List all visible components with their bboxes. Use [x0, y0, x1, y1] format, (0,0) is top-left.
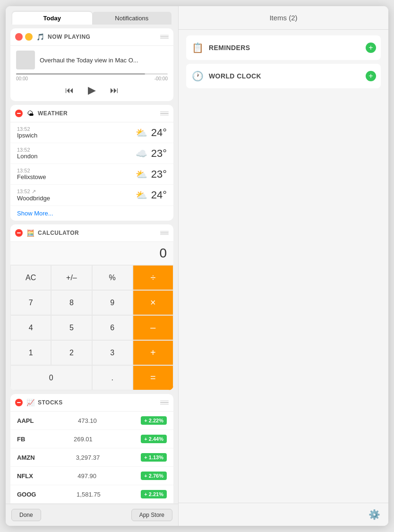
np-controls: ⏮ ▶ ⏭ — [16, 84, 168, 96]
world-clock-label: WORLD CLOCK — [209, 72, 261, 80]
calc-btn-divide[interactable]: ÷ — [133, 265, 173, 290]
stocks-title: STOCKS — [38, 399, 63, 406]
widget-calculator: 🧮 CALCULATOR 0 AC +/– % ÷ 7 8 — [10, 224, 173, 390]
np-progress[interactable]: 00:00 -00:00 — [16, 73, 168, 81]
tab-notifications[interactable]: Notifications — [92, 12, 172, 25]
drag-handle-now-playing[interactable] — [160, 35, 169, 39]
list-item-reminders: 📋 REMINDERS + — [186, 35, 381, 60]
weather-row-felixstowe: 13:52 Felixstowe ⛅ 23° — [10, 164, 173, 185]
now-playing-title: NOW PLAYING — [48, 34, 90, 40]
calc-btn-ac[interactable]: AC — [10, 265, 51, 290]
stock-badge-nflx: + 2.76% — [141, 472, 167, 480]
calc-btn-1[interactable]: 1 — [10, 340, 51, 365]
right-panel-header: Items (2) — [179, 6, 388, 30]
np-progress-fill — [16, 73, 145, 75]
weather-icon-london: ☁️ — [136, 148, 147, 159]
weather-icon: 🌤 — [26, 109, 35, 118]
stock-name-fb: FB — [17, 436, 25, 443]
weather-temp-ipswich: 24° — [151, 127, 167, 139]
weather-row-woodbridge: 13:52 ↗ Woodbridge ⛅ 24° — [10, 185, 173, 206]
calc-btn-9[interactable]: 9 — [92, 290, 133, 315]
weather-row-ipswich: 13:52 Ipswich ⛅ 24° — [10, 122, 173, 143]
np-rewind-button[interactable]: ⏮ — [65, 86, 74, 95]
right-bottom: ⚙️ — [179, 503, 388, 526]
tabs-bar: Today Notifications — [6, 6, 178, 25]
np-forward-button[interactable]: ⏭ — [110, 86, 119, 95]
stock-badge-aapl: + 2.22% — [141, 416, 167, 425]
weather-city-woodbridge: Woodbridge — [17, 195, 50, 202]
weather-icon-woodbridge: ⛅ — [136, 189, 147, 201]
stock-price-nflx: 497.90 — [77, 472, 96, 480]
stock-price-goog: 1,581.75 — [77, 491, 101, 498]
weather-icon-felixstowe: ⛅ — [136, 169, 147, 180]
now-playing-content: Overhaul the Today view in Mac O... 00:0… — [10, 46, 173, 101]
widget-stocks: 📈 STOCKS AAPL 473.10 + 2.22% FB 269.01 +… — [10, 394, 173, 504]
widget-now-playing-header-left: 🎵 NOW PLAYING — [15, 32, 90, 42]
np-remaining: -00:00 — [154, 76, 168, 81]
weather-time-ipswich: 13:52 — [17, 126, 37, 132]
calc-btn-2[interactable]: 2 — [51, 340, 92, 365]
weather-temp-felixstowe: 23° — [151, 168, 167, 180]
np-progress-bar[interactable] — [16, 73, 168, 75]
minimize-dot[interactable] — [25, 33, 33, 41]
reminders-label: REMINDERS — [209, 44, 250, 51]
calc-btn-4[interactable]: 4 — [10, 315, 51, 340]
np-play-button[interactable]: ▶ — [88, 84, 96, 96]
calc-btn-multiply[interactable]: × — [133, 290, 173, 315]
np-thumbnail — [16, 51, 35, 69]
weather-remove-button[interactable] — [15, 110, 23, 117]
calc-btn-8[interactable]: 8 — [51, 290, 92, 315]
calc-btn-6[interactable]: 6 — [92, 315, 133, 340]
done-button[interactable]: Done — [11, 509, 41, 521]
reminders-add-button[interactable]: + — [366, 43, 376, 53]
calc-btn-add[interactable]: + — [133, 340, 173, 365]
stock-name-aapl: AAPL — [17, 417, 34, 424]
np-elapsed: 00:00 — [16, 76, 28, 81]
widget-now-playing: 🎵 NOW PLAYING Overhaul the Today view in… — [10, 28, 173, 101]
np-track-title: Overhaul the Today view in Mac O... — [40, 57, 138, 64]
widget-weather: 🌤 WEATHER 13:52 Ipswich ⛅ 24° — [10, 105, 173, 221]
weather-title: WEATHER — [38, 110, 68, 117]
weather-show-more[interactable]: Show More... — [10, 206, 173, 221]
widget-calculator-header-left: 🧮 CALCULATOR — [15, 228, 79, 238]
weather-icon-ipswich: ⛅ — [136, 127, 147, 138]
calc-btn-subtract[interactable]: – — [133, 315, 173, 340]
stock-badge-goog: + 2.21% — [141, 490, 167, 498]
stock-row-aapl: AAPL 473.10 + 2.22% — [10, 412, 173, 430]
stock-row-fb: FB 269.01 + 2.44% — [10, 430, 173, 448]
left-panel: Today Notifications 🎵 NOW PLAYING — [6, 6, 178, 526]
calc-btn-dot[interactable]: . — [92, 365, 133, 390]
stock-name-goog: GOOG — [17, 491, 36, 498]
calc-btn-equals[interactable]: = — [133, 365, 173, 390]
drag-handle-calculator[interactable] — [160, 231, 169, 235]
stock-badge-amzn: + 1.13% — [141, 453, 167, 462]
widget-calculator-header: 🧮 CALCULATOR — [10, 224, 173, 242]
stock-row-goog: GOOG 1,581.75 + 2.21% — [10, 485, 173, 504]
calculator-icon: 🧮 — [26, 228, 35, 238]
close-dot[interactable] — [15, 33, 23, 41]
stock-price-fb: 269.01 — [74, 436, 93, 443]
stocks-remove-button[interactable] — [15, 399, 23, 406]
calc-btn-percent[interactable]: % — [92, 265, 133, 290]
gear-button[interactable]: ⚙️ — [368, 508, 381, 521]
weather-time-felixstowe: 13:52 — [17, 168, 46, 173]
calc-btn-plusminus[interactable]: +/– — [51, 265, 92, 290]
calculator-remove-button[interactable] — [15, 229, 23, 237]
weather-time-london: 13:52 — [17, 147, 37, 153]
calc-btn-3[interactable]: 3 — [92, 340, 133, 365]
stock-price-amzn: 3,297.37 — [76, 454, 100, 461]
list-item-world-clock: 🕐 WORLD CLOCK + — [186, 64, 381, 88]
widget-stocks-header-left: 📈 STOCKS — [15, 398, 63, 407]
calc-btn-5[interactable]: 5 — [51, 315, 92, 340]
drag-handle-weather[interactable] — [160, 112, 169, 116]
calc-btn-7[interactable]: 7 — [10, 290, 51, 315]
calc-btn-0[interactable]: 0 — [10, 365, 92, 390]
tab-today[interactable]: Today — [12, 12, 92, 25]
world-clock-add-button[interactable]: + — [366, 71, 376, 81]
stock-badge-fb: + 2.44% — [141, 435, 167, 443]
calculator-display: 0 — [10, 242, 173, 265]
app-store-button[interactable]: App Store — [131, 509, 172, 521]
stock-price-aapl: 473.10 — [78, 417, 97, 424]
widget-weather-header-left: 🌤 WEATHER — [15, 109, 68, 118]
drag-handle-stocks[interactable] — [160, 401, 169, 405]
